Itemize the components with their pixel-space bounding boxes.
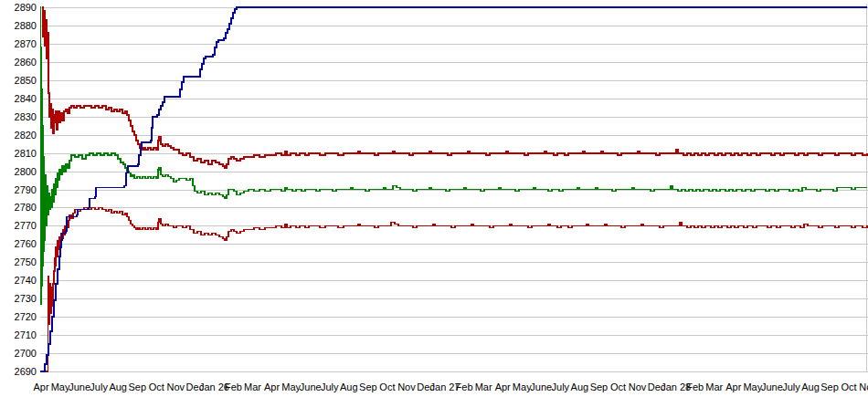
x-tick-label: Mar — [475, 381, 492, 392]
rating-history-chart: 2690270027102720273027402750276027702780… — [0, 0, 868, 397]
y-tick-label: 2750 — [15, 256, 37, 267]
red-lower-line-series — [42, 207, 867, 371]
x-tick-label: Nov — [397, 381, 416, 392]
x-tick-label: Aug — [571, 381, 589, 392]
x-tick-label: July — [321, 381, 339, 392]
x-tick-label: June — [761, 381, 783, 392]
x-tick-label: May — [513, 381, 532, 392]
x-tick-label: May — [743, 381, 762, 392]
y-tick-label: 2810 — [15, 148, 37, 159]
x-tick-label: Aug — [109, 381, 127, 392]
green-line-series — [40, 7, 867, 304]
y-tick-label: 2790 — [15, 184, 37, 195]
x-tick-label: June — [69, 381, 90, 392]
x-tick-label: Apr — [725, 381, 741, 392]
y-tick-label: 2690 — [15, 366, 37, 377]
y-tick-label: 2780 — [15, 202, 37, 213]
y-tick-label: 2850 — [15, 75, 37, 86]
chart-canvas: 2690270027102720273027402750276027702780… — [0, 0, 868, 397]
y-tick-label: 2890 — [15, 2, 37, 13]
y-tick-label: 2860 — [15, 57, 37, 68]
x-tick-label: Oct — [610, 381, 626, 392]
x-tick-label: Oct — [149, 381, 164, 392]
y-tick-label: 2840 — [15, 93, 37, 104]
x-tick-label: June — [300, 381, 322, 392]
x-tick-label: May — [281, 381, 301, 392]
x-tick-label: Aug — [340, 381, 358, 392]
x-tick-label: July — [782, 381, 800, 392]
x-tick-label: Nov — [859, 381, 868, 392]
x-tick-label: Apr — [33, 381, 48, 392]
y-tick-label: 2800 — [15, 166, 37, 177]
y-tick-label: 2720 — [15, 311, 37, 322]
x-tick-label: Feb — [456, 381, 473, 392]
y-tick-label: 2870 — [15, 38, 37, 49]
x-tick-label: Sep — [820, 381, 839, 392]
x-tick-label: Oct — [379, 381, 395, 392]
x-tick-label: Oct — [842, 381, 857, 392]
x-tick-label: Mar — [244, 381, 261, 392]
x-tick-label: Sep — [128, 381, 146, 392]
x-tick-label: July — [552, 381, 570, 392]
y-tick-label: 2770 — [15, 220, 37, 231]
x-tick-label: Nov — [167, 381, 185, 392]
x-tick-label: Feb — [686, 381, 704, 392]
red-upper-line-series — [42, 7, 867, 168]
y-tick-label: 2880 — [15, 20, 37, 31]
x-tick-label: Apr — [264, 381, 280, 392]
y-tick-label: 2700 — [15, 348, 37, 359]
x-tick-label: Feb — [225, 381, 242, 392]
y-tick-label: 2760 — [15, 238, 37, 249]
y-tick-label: 2710 — [15, 329, 37, 340]
x-tick-label: May — [51, 381, 70, 392]
x-tick-label: Aug — [801, 381, 820, 392]
x-tick-label: Nov — [629, 381, 647, 392]
x-tick-label: Mar — [705, 381, 723, 392]
x-tick-label: Sep — [359, 381, 377, 392]
y-tick-label: 2730 — [15, 293, 37, 304]
y-tick-label: 2830 — [15, 111, 37, 122]
y-tick-label: 2740 — [15, 275, 37, 286]
x-tick-label: June — [530, 381, 552, 392]
x-tick-label: Apr — [495, 381, 511, 392]
x-tick-label: July — [90, 381, 108, 392]
x-tick-label: Sep — [590, 381, 609, 392]
y-tick-label: 2820 — [15, 130, 37, 141]
